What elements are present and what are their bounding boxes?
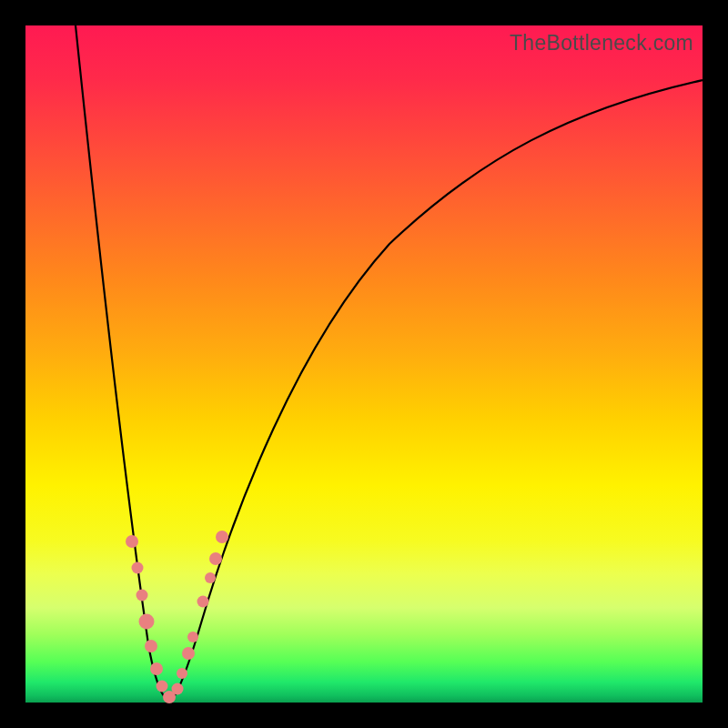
data-marker xyxy=(132,562,144,574)
data-marker xyxy=(145,640,157,652)
data-marker xyxy=(187,632,198,642)
data-marker xyxy=(150,662,163,675)
data-marker xyxy=(126,535,138,548)
data-marker xyxy=(177,668,187,679)
data-marker xyxy=(139,614,155,630)
data-marker xyxy=(205,572,216,583)
data-marker xyxy=(209,552,222,565)
data-marker xyxy=(197,596,209,608)
curve-left-branch xyxy=(76,25,169,703)
data-marker xyxy=(163,691,176,703)
data-marker xyxy=(157,681,168,693)
data-marker xyxy=(136,590,148,602)
curve-right-branch xyxy=(169,80,703,703)
watermark-text: TheBottleneck.com xyxy=(510,31,693,56)
plot-area: TheBottleneck.com xyxy=(25,25,703,703)
data-marker xyxy=(216,531,228,543)
data-marker xyxy=(172,683,184,695)
chart-frame: TheBottleneck.com xyxy=(0,0,728,728)
data-marker xyxy=(182,647,195,660)
curve-layer xyxy=(25,25,703,703)
